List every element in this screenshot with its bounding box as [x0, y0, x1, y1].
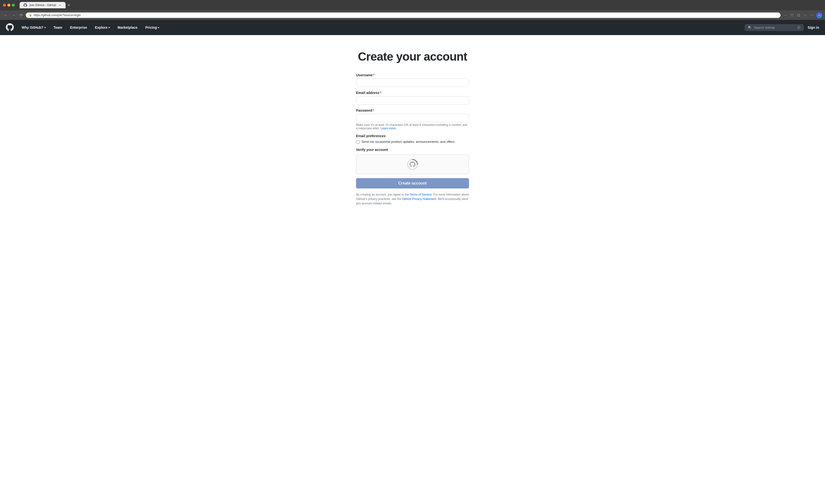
reader-view-icon[interactable]: ⊡ [796, 12, 801, 18]
minimize-button[interactable] [7, 4, 10, 7]
refresh-button[interactable]: ⟳ [19, 12, 24, 18]
username-label: Username* [356, 73, 469, 77]
terms-text: By creating an account, you agree to the… [356, 192, 469, 205]
nav-team[interactable]: Team [50, 20, 66, 35]
lock-icon: 🔒 [29, 13, 32, 17]
traffic-lights [3, 4, 15, 7]
more-options-button[interactable]: ⋯ [809, 12, 815, 18]
tab-bar: Join GitHub - GitHub ✕ + [20, 2, 72, 8]
address-bar[interactable]: 🔒 https://github.com/join?source=login [26, 12, 780, 18]
nav-pricing[interactable]: Pricing ▾ [141, 20, 163, 35]
shield-icon[interactable]: 🛡 [790, 12, 795, 18]
chevron-down-icon: ▾ [158, 26, 159, 29]
new-tab-button[interactable]: + [66, 3, 72, 8]
close-button[interactable] [3, 4, 6, 7]
search-placeholder: Search GitHub [754, 26, 775, 29]
verify-title: Verify your account [356, 148, 469, 152]
browser-profile-avatar[interactable]: ∞ [816, 12, 822, 18]
captcha-spinner-icon [406, 159, 419, 170]
active-tab[interactable]: Join GitHub - GitHub ✕ [20, 2, 66, 8]
required-star: * [373, 73, 374, 77]
create-account-button[interactable]: Create account [356, 178, 469, 188]
back-button[interactable]: ← [3, 12, 9, 18]
terms-of-service-link[interactable]: Terms of Service [410, 193, 432, 196]
tab-title: Join GitHub - GitHub [29, 3, 56, 7]
search-bar[interactable]: 🔍 Search GitHub / [745, 24, 804, 31]
verify-group: Verify your account [356, 148, 469, 174]
privacy-statement-link[interactable]: GitHub Privacy Statement [402, 197, 436, 201]
learn-more-link[interactable]: Learn more. [381, 127, 396, 130]
nav-enterprise[interactable]: Enterprise [66, 20, 91, 35]
email-prefs-group: Email preferences Send me occasional pro… [356, 134, 469, 144]
username-input[interactable] [356, 79, 469, 87]
nav-links: Why GitHub? ▾ Team Enterprise Explore ▾ … [18, 20, 745, 35]
email-label: Email address* [356, 91, 469, 95]
github-favicon-icon [23, 3, 27, 7]
required-star: * [373, 108, 374, 112]
browser-titlebar: Join GitHub - GitHub ✕ + [0, 0, 825, 10]
browser-chrome: Join GitHub - GitHub ✕ + ← → ⟳ 🔒 https:/… [0, 0, 825, 20]
github-logo[interactable] [6, 23, 14, 32]
maximize-button[interactable] [12, 4, 15, 7]
page-title: Create your account [358, 50, 467, 63]
extensions-button[interactable]: ⋯ [782, 12, 788, 18]
nav-right: 🔍 Search GitHub / Sign in [745, 24, 819, 31]
captcha-area[interactable] [356, 155, 469, 174]
password-group: Password* Make sure it's at least 15 cha… [356, 108, 469, 130]
tab-close-button[interactable]: ✕ [58, 3, 62, 7]
chevron-down-icon: ▾ [45, 26, 46, 29]
url-text: https://github.com/join?source=login [33, 13, 81, 17]
browser-toolbar: ← → ⟳ 🔒 https://github.com/join?source=l… [0, 10, 825, 20]
email-group: Email address* [356, 91, 469, 104]
toolbar-right: ⋯ 🛡 ⊡ ☆ ⋯ ∞ [782, 12, 822, 18]
required-star: * [380, 91, 381, 95]
signup-form: Username* Email address* Password* Make … [356, 73, 469, 205]
username-group: Username* [356, 73, 469, 87]
password-input[interactable] [356, 114, 469, 122]
nav-why-github[interactable]: Why GitHub? ▾ [18, 20, 50, 35]
forward-button[interactable]: → [11, 12, 17, 18]
search-shortcut: / [797, 26, 801, 29]
password-hint: Make sure it's at least 15 characters OR… [356, 123, 469, 130]
email-prefs-title: Email preferences [356, 134, 469, 138]
email-prefs-checkbox-row: Send me occasional product updates, anno… [356, 140, 469, 144]
email-input[interactable] [356, 96, 469, 104]
nav-marketplace[interactable]: Marketplace [114, 20, 141, 35]
email-prefs-label: Send me occasional product updates, anno… [361, 140, 455, 144]
chevron-down-icon: ▾ [108, 26, 110, 29]
email-prefs-checkbox[interactable] [356, 140, 360, 144]
main-content: Create your account Username* Email addr… [0, 35, 825, 504]
password-label: Password* [356, 108, 469, 112]
nav-explore[interactable]: Explore ▾ [91, 20, 114, 35]
github-navbar: Why GitHub? ▾ Team Enterprise Explore ▾ … [0, 20, 825, 35]
bookmark-icon[interactable]: ☆ [803, 12, 808, 18]
sign-in-link[interactable]: Sign in [808, 25, 819, 29]
search-icon: 🔍 [748, 26, 752, 29]
